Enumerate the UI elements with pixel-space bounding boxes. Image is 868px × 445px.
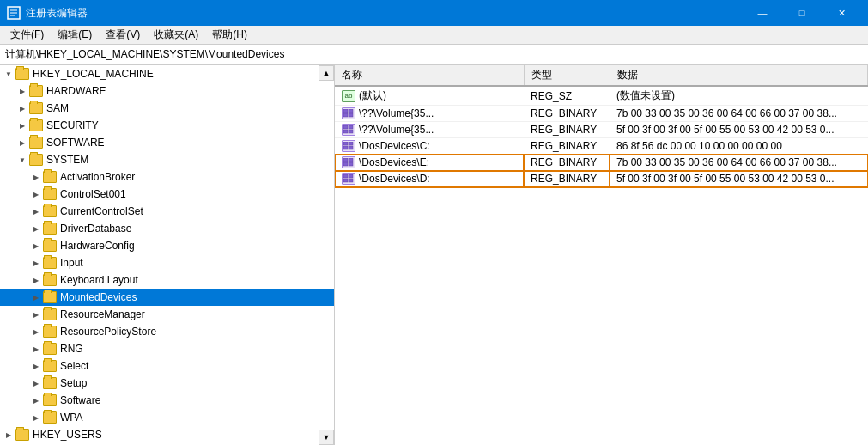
svg-rect-6 [343,113,348,117]
tree-expander-hkusers[interactable]: ▶ [2,428,15,442]
tree-item-rng[interactable]: ▶RNG [0,340,334,357]
tree-expander-controlset001[interactable]: ▶ [29,187,43,201]
tree-item-hklm[interactable]: ▼HKEY_LOCAL_MACHINE [0,65,334,82]
folder-icon-keyboardlayout [43,274,57,286]
menu-edit[interactable]: 编辑(E) [51,26,99,44]
cell-type-2: REG_BINARY [524,122,610,138]
folder-icon-hklm [15,68,29,80]
folder-icon-hardwareconfig [43,240,57,252]
tree-expander-sam[interactable]: ▶ [15,101,29,115]
table-row[interactable]: \??\Volume{35...REG_BINARY7b 00 33 00 35… [335,106,868,122]
tree-label-resourcemanager: ResourceManager [60,308,319,320]
reg-icon-3 [342,140,355,152]
reg-icon-5 [342,173,355,185]
tree-label-wpa: WPA [60,411,319,424]
tree-expander-currentcontrolset[interactable]: ▶ [29,204,43,218]
folder-icon-sam [29,102,43,114]
tree-item-wpa[interactable]: ▶WPA [0,409,334,426]
tree-item-activationbroker[interactable]: ▶ActivationBroker [0,168,334,186]
folder-icon-controlset001 [43,188,57,200]
folder-icon-software_top [29,137,43,149]
menu-file[interactable]: 文件(F) [3,26,51,44]
tree-item-controlset001[interactable]: ▶ControlSet001 [0,186,334,203]
tree-expander-wpa[interactable]: ▶ [29,411,43,424]
tree-expander-activationbroker[interactable]: ▶ [29,170,43,184]
col-name[interactable]: 名称 [335,65,524,86]
folder-icon-input [43,257,57,269]
cell-name-3: \DosDevices\C: [335,138,524,155]
svg-rect-15 [349,146,353,149]
tree-item-hardware[interactable]: ▶HARDWARE [0,82,334,100]
cell-type-4: REG_BINARY [524,155,610,171]
tree-item-currentcontrolset[interactable]: ▶CurrentControlSet [0,203,334,220]
table-row[interactable]: \DosDevices\D:REG_BINARY5f 00 3f 00 3f 0… [335,171,868,187]
close-button[interactable]: ✕ [822,0,861,26]
name-text-2: \??\Volume{35... [359,124,434,136]
svg-rect-9 [349,125,353,129]
tree-item-hardwareconfig[interactable]: ▶HardwareConfig [0,237,334,254]
tree-label-activationbroker: ActivationBroker [60,171,319,183]
table-row[interactable]: \DosDevices\E:REG_BINARY7b 00 33 00 35 0… [335,155,868,171]
tree-expander-keyboardlayout[interactable]: ▶ [29,273,43,287]
tree-item-select[interactable]: ▶Select [0,357,334,375]
table-row[interactable]: \??\Volume{35...REG_BINARY5f 00 3f 00 3f… [335,122,868,138]
tree-expander-input[interactable]: ▶ [29,256,43,270]
tree-item-resourcemanager[interactable]: ▶ResourceManager [0,306,334,323]
tree-label-currentcontrolset: CurrentControlSet [60,205,319,217]
cell-name-2: \??\Volume{35... [335,122,524,138]
tree-item-security[interactable]: ▶SECURITY [0,117,334,134]
tree-item-input[interactable]: ▶Input [0,254,334,271]
tree-item-resourcepolicystore[interactable]: ▶ResourcePolicyStore [0,323,334,340]
menu-favorites[interactable]: 收藏夹(A) [147,26,205,44]
tree-scroll-down[interactable]: ▼ [319,430,334,445]
col-type[interactable]: 类型 [524,65,610,86]
name-text-5: \DosDevices\D: [359,173,430,185]
folder-icon-hardware [29,85,43,97]
tree-expander-mounteddevices[interactable]: ▶ [29,290,43,304]
tree-item-keyboardlayout[interactable]: ▶Keyboard Layout [0,271,334,289]
maximize-button[interactable]: □ [782,0,822,26]
svg-rect-19 [349,162,353,166]
reg-icon-1 [342,107,355,119]
tree-expander-select[interactable]: ▶ [29,359,43,373]
svg-rect-12 [343,142,348,145]
tree-expander-hklm[interactable]: ▼ [2,67,15,81]
svg-rect-20 [343,174,348,178]
tree-pane[interactable]: ▼HKEY_LOCAL_MACHINE▶HARDWARE▶SAM▶SECURIT… [0,65,335,445]
tree-expander-security[interactable]: ▶ [15,119,29,132]
table-row[interactable]: ab(默认)REG_SZ(数值未设置) [335,86,868,106]
tree-expander-resourcepolicystore[interactable]: ▶ [29,325,43,338]
right-pane[interactable]: 名称 类型 数据 ab(默认)REG_SZ(数值未设置)\??\Volume{3… [335,65,868,445]
tree-item-mounteddevices[interactable]: ▶MountedDevices [0,289,334,306]
tree-expander-software_top[interactable]: ▶ [15,136,29,149]
svg-rect-13 [349,142,353,145]
tree-scroll-up[interactable]: ▲ [319,65,334,81]
tree-item-software_top[interactable]: ▶SOFTWARE [0,134,334,151]
table-header-row: 名称 类型 数据 [335,65,868,86]
tree-label-select: Select [60,360,319,372]
menu-help[interactable]: 帮助(H) [205,26,254,44]
tree-item-setup[interactable]: ▶Setup [0,375,334,392]
tree-expander-hardware[interactable]: ▶ [15,84,29,98]
col-data[interactable]: 数据 [610,65,868,86]
tree-label-system: SYSTEM [46,154,319,166]
tree-item-driverdatabase[interactable]: ▶DriverDatabase [0,220,334,237]
tree-expander-resourcemanager[interactable]: ▶ [29,308,43,321]
tree-item-hkusers[interactable]: ▶HKEY_USERS [0,426,334,443]
tree-label-hardwareconfig: HardwareConfig [60,240,319,252]
tree-label-setup: Setup [60,377,319,389]
tree-expander-hardwareconfig[interactable]: ▶ [29,239,43,253]
menu-view[interactable]: 查看(V) [99,26,147,44]
cell-type-0: REG_SZ [524,86,610,106]
tree-expander-setup[interactable]: ▶ [29,376,43,390]
minimize-button[interactable]: — [743,0,782,26]
tree-expander-rng[interactable]: ▶ [29,342,43,356]
tree-expander-system[interactable]: ▼ [15,153,29,167]
tree-item-system[interactable]: ▼SYSTEM [0,151,334,168]
tree-item-sam[interactable]: ▶SAM [0,100,334,117]
table-row[interactable]: \DosDevices\C:REG_BINARY86 8f 56 dc 00 0… [335,138,868,155]
tree-expander-driverdatabase[interactable]: ▶ [29,222,43,235]
tree-item-software[interactable]: ▶Software [0,392,334,409]
tree-expander-software[interactable]: ▶ [29,393,43,407]
cell-data-5: 5f 00 3f 00 3f 00 5f 00 55 00 53 00 42 0… [610,171,868,187]
